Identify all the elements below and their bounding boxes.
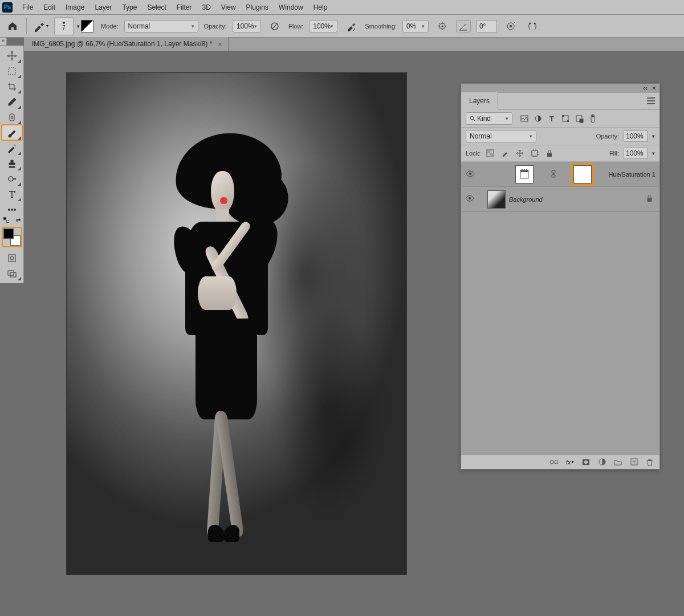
document-tab[interactable]: IMG_6805.jpg @ 66,7% (Hue/Saturation 1, … xyxy=(24,37,229,51)
angle-input[interactable]: 0° xyxy=(477,20,497,32)
healing-brush-tool[interactable] xyxy=(2,109,22,125)
default-colors-icon[interactable] xyxy=(3,217,8,222)
lock-transparency-icon[interactable] xyxy=(485,148,495,158)
add-mask-icon[interactable] xyxy=(582,458,590,466)
document-canvas[interactable] xyxy=(67,73,406,574)
fx-icon[interactable]: fx▾ xyxy=(566,458,574,466)
menu-select[interactable]: Select xyxy=(142,3,171,11)
filter-pixel-icon[interactable] xyxy=(520,115,528,123)
new-group-icon[interactable] xyxy=(614,458,622,466)
svg-point-7 xyxy=(529,22,531,24)
layer-row-hue-saturation[interactable]: Hue/Saturation 1 xyxy=(461,162,659,187)
layer-mask-thumbnail[interactable] xyxy=(573,165,592,183)
visibility-toggle-icon[interactable] xyxy=(465,195,475,203)
pressure-size-icon[interactable] xyxy=(503,18,519,34)
fill-input[interactable]: 100% xyxy=(624,148,648,159)
eyedropper-tool[interactable] xyxy=(2,94,22,109)
dodge-tool[interactable] xyxy=(2,171,22,186)
brush-preset-picker[interactable]: 7 ▾ xyxy=(54,17,74,35)
menu-view[interactable]: View xyxy=(216,3,241,11)
svg-rect-32 xyxy=(532,150,538,156)
photo-subject xyxy=(162,133,291,554)
layer-row-background[interactable]: Background xyxy=(461,187,659,212)
svg-rect-9 xyxy=(9,68,15,75)
airbrush-icon[interactable] xyxy=(343,18,359,34)
svg-rect-18 xyxy=(10,272,16,277)
smoothing-input[interactable]: 0%▾ xyxy=(402,20,429,32)
type-tool[interactable] xyxy=(2,186,22,202)
menu-type[interactable]: Type xyxy=(117,3,142,11)
document-tabstrip: IMG_6805.jpg @ 66,7% (Hue/Saturation 1, … xyxy=(24,38,684,51)
close-panel-icon[interactable]: × xyxy=(652,84,656,92)
panel-menu-icon[interactable] xyxy=(647,92,655,109)
layer-thumbnail[interactable] xyxy=(487,190,506,209)
lock-artboard-icon[interactable] xyxy=(530,148,540,158)
collapse-panel-icon[interactable]: ‹‹ xyxy=(643,84,648,92)
menu-help[interactable]: Help xyxy=(308,3,333,11)
svg-rect-38 xyxy=(524,169,525,171)
svg-rect-31 xyxy=(490,153,494,157)
layer-opacity-input[interactable]: 100% xyxy=(624,130,648,142)
marquee-tool[interactable] xyxy=(2,63,22,79)
delete-layer-icon[interactable] xyxy=(646,458,654,466)
collapse-panels-icon[interactable]: » xyxy=(0,38,7,46)
symmetry-icon[interactable] xyxy=(524,18,540,34)
filter-kind-select[interactable]: Kind ▾ xyxy=(466,112,512,125)
filter-shape-icon[interactable] xyxy=(561,115,569,123)
home-button[interactable] xyxy=(5,18,21,34)
filter-type-icon[interactable]: T xyxy=(548,115,556,123)
lock-all-icon[interactable] xyxy=(544,148,555,158)
opacity-input[interactable]: 100%▾ xyxy=(233,20,261,32)
visibility-toggle-icon[interactable] xyxy=(465,170,475,179)
quickmask-toggle[interactable] xyxy=(2,250,22,266)
brush-settings-toggle[interactable] xyxy=(79,18,95,34)
lock-pixels-icon[interactable] xyxy=(500,148,510,158)
menu-edit[interactable]: Edit xyxy=(38,3,60,11)
history-brush-tool[interactable] xyxy=(2,140,22,156)
adjustment-thumbnail[interactable] xyxy=(515,165,534,183)
lock-icon[interactable] xyxy=(646,195,653,204)
flow-input[interactable]: 100%▾ xyxy=(309,20,337,32)
layer-name[interactable]: Hue/Saturation 1 xyxy=(608,171,656,178)
tool-preset-picker[interactable]: ▾ xyxy=(32,18,48,34)
angle-dial-icon[interactable] xyxy=(456,20,471,32)
pressure-opacity-icon[interactable] xyxy=(267,18,283,34)
new-layer-icon[interactable] xyxy=(630,458,638,466)
color-swatches[interactable] xyxy=(3,229,21,246)
menu-image[interactable]: Image xyxy=(60,3,89,11)
brush-tool[interactable] xyxy=(2,125,22,140)
menu-layer[interactable]: Layer xyxy=(89,3,117,11)
svg-rect-39 xyxy=(526,169,527,171)
lock-position-icon[interactable] xyxy=(515,148,525,158)
svg-rect-30 xyxy=(487,150,490,153)
edit-toolbar[interactable] xyxy=(2,202,22,217)
menu-plugins[interactable]: Plugins xyxy=(241,3,274,11)
foreground-color-swatch[interactable] xyxy=(3,229,14,239)
move-tool[interactable] xyxy=(2,48,22,63)
mask-link-icon[interactable] xyxy=(551,170,556,180)
new-adjustment-icon[interactable] xyxy=(598,458,606,466)
layer-name[interactable]: Background xyxy=(509,196,543,203)
layer-blend-select[interactable]: Normal▾ xyxy=(466,130,536,142)
menu-filter[interactable]: Filter xyxy=(172,3,197,11)
swap-reset-colors[interactable]: ⇄ xyxy=(3,217,21,225)
svg-rect-24 xyxy=(567,120,569,122)
layers-tab[interactable]: Layers xyxy=(461,92,498,109)
blend-mode-select[interactable]: Normal▾ xyxy=(124,20,198,32)
screenmode-toggle[interactable] xyxy=(2,266,22,281)
filter-adjustment-icon[interactable] xyxy=(534,115,542,123)
menu-file[interactable]: File xyxy=(17,3,38,11)
panel-titlebar[interactable]: ‹‹ × xyxy=(461,84,659,93)
filter-toggle-icon[interactable] xyxy=(589,115,597,123)
blend-row: Normal▾ Opacity: 100% ▾ xyxy=(461,128,659,145)
stamp-tool[interactable] xyxy=(2,156,22,171)
menu-window[interactable]: Window xyxy=(274,3,308,11)
smoothing-options-icon[interactable] xyxy=(434,18,450,34)
swap-colors-icon[interactable]: ⇄ xyxy=(16,217,21,223)
link-layers-icon[interactable] xyxy=(550,458,558,466)
filter-smartobject-icon[interactable] xyxy=(575,115,583,123)
close-tab-icon[interactable]: × xyxy=(218,40,222,48)
menu-3d[interactable]: 3D xyxy=(197,3,215,11)
svg-rect-15 xyxy=(9,255,15,262)
crop-tool[interactable] xyxy=(2,79,22,94)
